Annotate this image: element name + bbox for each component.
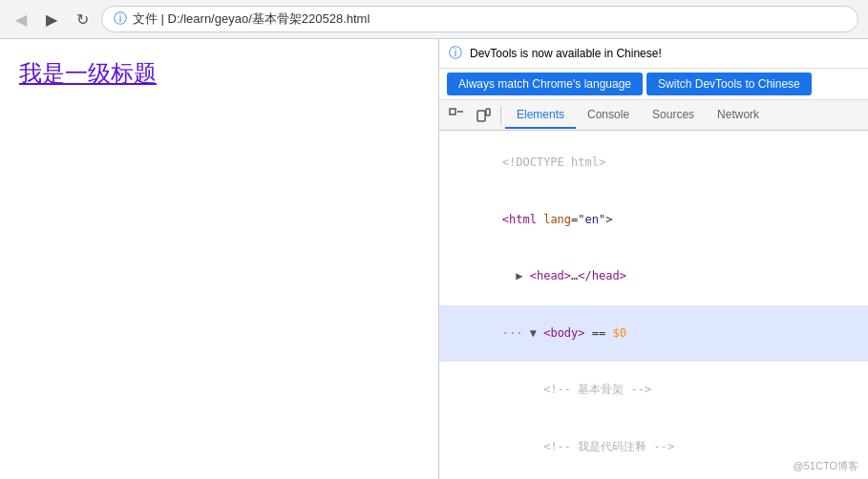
dom-line-comment3: <!-- <h1>我是一级标题</h1> bbox=[439, 475, 868, 479]
tab-console[interactable]: Console bbox=[576, 102, 641, 129]
tab-sources[interactable]: Sources bbox=[641, 102, 706, 129]
svg-rect-0 bbox=[450, 109, 455, 115]
device-toggle-icon[interactable] bbox=[470, 102, 497, 129]
devtools-toolbar: Elements Console Sources Network bbox=[439, 100, 868, 131]
info-icon: ⓘ bbox=[114, 10, 127, 28]
address-bar[interactable]: ⓘ 文件 | D:/learn/geyao/基本骨架220528.html bbox=[101, 6, 858, 32]
match-language-button[interactable]: Always match Chrome's language bbox=[447, 73, 643, 95]
webpage-panel: 我是一级标题 bbox=[0, 39, 439, 479]
main-area: 我是一级标题 ⓘ DevTools is now available in Ch… bbox=[0, 39, 868, 479]
url-text: 文件 | D:/learn/geyao/基本骨架220528.html bbox=[133, 10, 370, 28]
inspect-element-icon[interactable] bbox=[443, 102, 470, 129]
notify-text: DevTools is now available in Chinese! bbox=[470, 47, 662, 60]
switch-devtools-button[interactable]: Switch DevTools to Chinese bbox=[646, 73, 812, 95]
dom-line-head[interactable]: ▶ <head>…</head> bbox=[439, 248, 868, 305]
devtools-tabs: Elements Console Sources Network bbox=[505, 102, 771, 129]
forward-button[interactable]: ▶ bbox=[40, 8, 63, 31]
reload-button[interactable]: ↻ bbox=[71, 8, 94, 31]
page-heading[interactable]: 我是一级标题 bbox=[19, 58, 419, 89]
tab-elements[interactable]: Elements bbox=[505, 102, 576, 129]
dom-line-body[interactable]: ··· ▼ <body> == $0 bbox=[439, 305, 868, 363]
devtools-panel: ⓘ DevTools is now available in Chinese! … bbox=[439, 39, 868, 479]
watermark: @51CTO博客 bbox=[794, 459, 858, 473]
tab-network[interactable]: Network bbox=[706, 102, 771, 129]
svg-rect-3 bbox=[486, 109, 490, 115]
svg-rect-2 bbox=[477, 111, 485, 121]
dom-line-html: <html lang="en"> bbox=[439, 192, 868, 249]
back-button[interactable]: ◀ bbox=[10, 8, 32, 31]
lang-notification: ⓘ DevTools is now available in Chinese! bbox=[439, 39, 868, 69]
notify-icon: ⓘ bbox=[449, 45, 462, 62]
dom-line-doctype: <!DOCTYPE html> bbox=[439, 135, 868, 192]
nav-bar: ◀ ▶ ↻ ⓘ 文件 | D:/learn/geyao/基本骨架220528.h… bbox=[0, 0, 868, 38]
dom-line-comment1: <!-- 基本骨架 --> bbox=[439, 362, 868, 419]
browser-chrome: ◀ ▶ ↻ ⓘ 文件 | D:/learn/geyao/基本骨架220528.h… bbox=[0, 0, 868, 39]
lang-buttons-bar: Always match Chrome's language Switch De… bbox=[439, 69, 868, 100]
dom-tree: <!DOCTYPE html> <html lang="en"> ▶ <head… bbox=[439, 131, 868, 479]
toolbar-separator bbox=[500, 106, 501, 125]
